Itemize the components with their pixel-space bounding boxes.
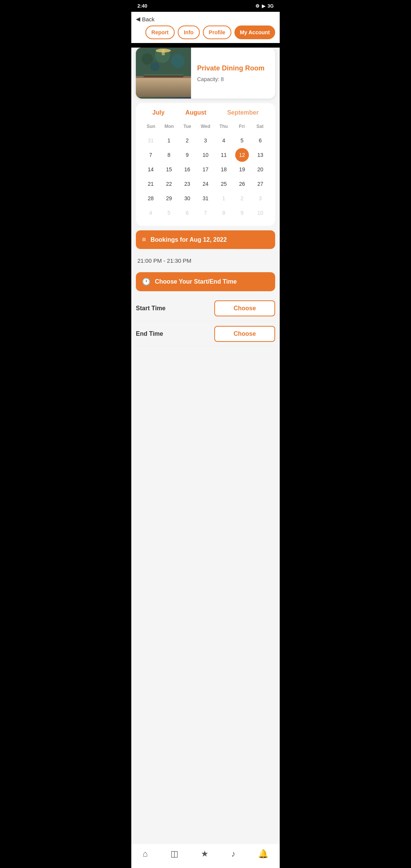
start-time-choose-button[interactable]: Choose [214,300,275,316]
calendar-day-14[interactable]: 14 [144,163,158,176]
calendar-day-29[interactable]: 29 [162,191,176,205]
status-icons: ⚙ ▶ 3G [255,3,274,9]
calendar-day-9[interactable]: 9 [180,148,194,162]
calendar-day-35[interactable]: 4 [144,206,158,220]
calendar-day-4[interactable]: 4 [217,134,231,147]
day-header-fri: Fri [233,122,251,131]
svg-point-10 [171,54,185,68]
back-button[interactable]: ◀ Back [136,16,155,22]
month-august[interactable]: August [185,109,206,116]
room-image [136,48,191,99]
calendar-day-2[interactable]: 2 [180,134,194,147]
calendar-day-18[interactable]: 18 [217,163,231,176]
day-header-tue: Tue [178,122,196,131]
calendar-day-7[interactable]: 7 [144,148,158,162]
status-bar: 2:40 ⚙ ▶ 3G [131,0,280,12]
calendar-grid: Sun Mon Tue Wed Thu Fri Sat 311234567891… [142,122,269,220]
svg-rect-14 [143,74,183,75]
network-label: 3G [268,3,274,9]
calendar-day-26[interactable]: 26 [235,177,249,191]
calendar-day-24[interactable]: 24 [199,177,212,191]
tab-report[interactable]: Report [145,26,175,39]
star-icon: ★ [201,849,209,859]
calendar-day-3[interactable]: 3 [199,134,212,147]
month-september[interactable]: September [227,109,259,116]
calendar-day-25[interactable]: 25 [217,177,231,191]
calendar-day-36[interactable]: 5 [162,206,176,220]
svg-rect-13 [162,49,165,55]
day-header-thu: Thu [215,122,233,131]
list-icon: ≡ [142,236,146,244]
back-chevron-icon: ◀ [136,16,140,22]
calendar-day-12[interactable]: 12 [235,148,249,162]
month-july[interactable]: July [152,109,164,116]
calendar-day-6[interactable]: 6 [253,134,267,147]
calendar-day-23[interactable]: 23 [180,177,194,191]
play-icon: ▶ [262,3,265,9]
calendar-day-17[interactable]: 17 [199,163,212,176]
calendar-day-41[interactable]: 10 [253,206,267,220]
existing-booking-time: 21:00 PM - 21:30 PM [136,254,275,268]
calendar-day-38[interactable]: 7 [199,206,212,220]
end-time-row: End Time Choose [136,321,275,347]
gallery-icon: ◫ [170,849,178,859]
calendar-day-27[interactable]: 27 [253,177,267,191]
calendar-day-39[interactable]: 8 [217,206,231,220]
calendar-day-1[interactable]: 1 [162,134,176,147]
clock-icon: 🕐 [142,278,150,286]
back-label: Back [142,16,155,22]
bookings-title: Bookings for Aug 12, 2022 [151,236,227,243]
tab-myaccount[interactable]: My Account [234,26,275,39]
status-time: 2:40 [137,3,147,9]
calendar-day-32[interactable]: 1 [217,191,231,205]
bottom-nav-gallery[interactable]: ◫ [167,847,182,860]
calendar-day-21[interactable]: 21 [144,177,158,191]
bottom-nav-tiktok[interactable]: ♪ [228,847,239,860]
room-capacity: Capacity: 8 [197,76,264,82]
calendar-day-11[interactable]: 11 [217,148,231,162]
day-headers: Sun Mon Tue Wed Thu Fri Sat [142,122,269,131]
calendar-day-8[interactable]: 8 [162,148,176,162]
calendar-days: 3112345678910111213141516171819202122232… [142,134,269,220]
bottom-nav-home[interactable]: ⌂ [139,847,151,860]
calendar-day-28[interactable]: 28 [144,191,158,205]
calendar-day-20[interactable]: 20 [253,163,267,176]
tab-profile[interactable]: Profile [203,26,232,39]
calendar-day-13[interactable]: 13 [253,148,267,162]
calendar-day-19[interactable]: 19 [235,163,249,176]
calendar-day-15[interactable]: 15 [162,163,176,176]
calendar-day-5[interactable]: 5 [235,134,249,147]
calendar-day-37[interactable]: 6 [180,206,194,220]
tab-info[interactable]: Info [178,26,200,39]
calendar-day-31[interactable]: 31 [199,191,212,205]
home-icon: ⌂ [143,849,148,859]
calendar-day-30[interactable]: 30 [180,191,194,205]
calendar-day-0[interactable]: 31 [144,134,158,147]
calendar-months: July August September [142,109,269,116]
bottom-nav-favorites[interactable]: ★ [197,847,212,860]
day-header-sun: Sun [142,122,160,131]
end-time-choose-button[interactable]: Choose [214,326,275,342]
start-time-row: Start Time Choose [136,296,275,321]
calendar-day-40[interactable]: 9 [235,206,249,220]
svg-point-11 [150,62,159,71]
tiktok-icon: ♪ [231,849,236,859]
nav-bar: ◀ Back Report Info Profile My Account [131,12,280,43]
settings-icon: ⚙ [255,3,260,9]
calendar-day-10[interactable]: 10 [199,148,212,162]
svg-rect-1 [136,78,191,97]
bottom-nav: ⌂ ◫ ★ ♪ 🔔 [131,843,280,868]
end-time-label: End Time [136,330,163,337]
bookings-header[interactable]: ≡ Bookings for Aug 12, 2022 [136,230,275,249]
svg-point-8 [142,53,153,65]
bottom-nav-notifications[interactable]: 🔔 [254,847,272,860]
time-picker-header: 🕐 Choose Your Start/End Time [136,272,275,291]
calendar-day-16[interactable]: 16 [180,163,194,176]
time-header-title: Choose Your Start/End Time [155,278,237,285]
calendar-day-33[interactable]: 2 [235,191,249,205]
room-name: Private Dining Room [197,64,264,73]
day-header-mon: Mon [160,122,178,131]
start-time-label: Start Time [136,305,166,312]
calendar-day-22[interactable]: 22 [162,177,176,191]
calendar-day-34[interactable]: 3 [253,191,267,205]
